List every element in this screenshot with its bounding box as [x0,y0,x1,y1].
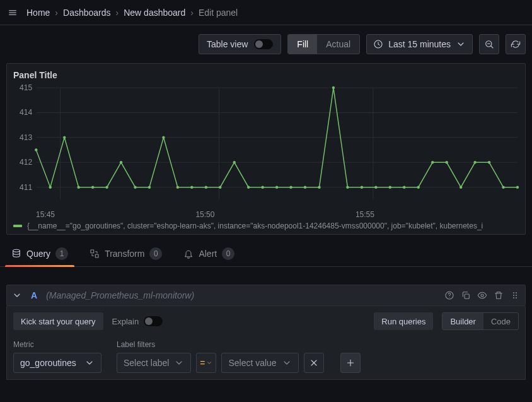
run-queries-button[interactable]: Run queries [374,312,433,330]
label-value-select[interactable]: Select value [221,353,298,373]
zoom-out-button[interactable] [479,34,499,54]
chart-area[interactable]: 411412413414415 [12,84,520,210]
svg-point-34 [233,161,236,163]
svg-point-35 [247,186,250,188]
svg-point-43 [361,186,363,188]
explain-toggle[interactable]: Explain [112,316,163,326]
operator-select[interactable]: = [196,353,216,373]
svg-point-39 [304,186,306,188]
svg-point-22 [63,136,66,139]
svg-point-40 [318,186,320,188]
zoom-out-icon [484,39,494,49]
svg-point-49 [445,161,448,163]
chevron-down-icon [174,358,184,368]
svg-line-5 [491,46,493,48]
query-body: Kick start your query Explain Run querie… [6,306,526,380]
svg-point-66 [513,297,514,299]
chevron-right-icon: › [190,8,194,18]
svg-text:414: 414 [20,108,32,117]
fill-option[interactable]: Fill [288,35,317,54]
chevron-right-icon: › [116,8,119,18]
svg-point-31 [190,186,193,188]
svg-point-42 [346,186,349,188]
query-editor: A (Managed_Prometheus_ml-monitorw) Kick … [6,285,526,380]
kick-start-button[interactable]: Kick start your query [13,312,103,330]
svg-point-52 [488,161,490,163]
top-bar: Home › Dashboards › New dashboard › Edit… [0,0,532,25]
table-view-toggle[interactable]: Table view [199,34,281,54]
builder-code-segment: Builder Code [442,312,519,330]
svg-point-46 [403,186,405,188]
svg-point-54 [516,186,519,188]
label-name-select[interactable]: Select label [117,353,191,373]
tab-count-badge: 1 [55,247,68,260]
svg-point-24 [91,186,94,188]
query-ref-id[interactable]: A [31,290,37,300]
drag-handle[interactable] [510,290,520,300]
chevron-down-icon [84,358,95,368]
tab-count-badge: 0 [149,247,162,260]
panel-title: Panel Title [12,69,520,84]
breadcrumb-new-dashboard[interactable]: New dashboard [124,8,185,18]
svg-point-67 [516,297,517,299]
metric-field-label: Metric [13,340,101,349]
menu-toggle-button[interactable] [5,5,20,20]
tab-query[interactable]: Query 1 [9,247,71,266]
builder-mode[interactable]: Builder [442,313,483,329]
label-value-placeholder: Select value [228,358,276,368]
svg-point-37 [275,186,278,188]
svg-point-26 [120,161,122,163]
svg-point-41 [332,86,335,89]
svg-point-62 [513,292,514,293]
tab-transform[interactable]: Transform 0 [87,247,165,266]
svg-point-47 [417,186,420,188]
eye-icon [477,290,487,300]
tab-count-badge: 0 [222,247,234,260]
time-range-label: Last 15 minutes [388,39,451,49]
database-icon [11,249,21,259]
fill-actual-segment: Fill Actual [287,34,360,54]
svg-text:412: 412 [20,158,32,167]
toggle-visibility-button[interactable] [477,290,487,300]
refresh-button[interactable] [506,34,526,54]
bell-icon [183,249,194,259]
x-tick: 15:45 [36,210,195,219]
add-filter-button[interactable] [340,353,361,373]
svg-point-27 [134,186,136,188]
chart-legend[interactable]: {__name__="go_goroutines", cluster="esho… [12,219,520,232]
svg-point-44 [374,186,377,188]
help-button[interactable] [444,290,454,300]
svg-point-51 [473,161,476,163]
svg-point-48 [431,161,434,163]
explain-label: Explain [112,317,139,326]
close-icon [309,358,319,368]
svg-rect-56 [91,250,94,253]
chevron-down-icon[interactable] [12,290,22,300]
svg-point-30 [176,186,179,188]
duplicate-query-button[interactable] [461,290,471,300]
query-datasource-label[interactable]: (Managed_Prometheus_ml-monitorw) [46,290,194,300]
label-name-placeholder: Select label [124,358,169,368]
breadcrumb-home[interactable]: Home [26,8,50,18]
breadcrumb-dashboards[interactable]: Dashboards [63,8,111,18]
svg-point-38 [289,186,292,188]
tab-label: Transform [105,249,144,259]
refresh-icon [511,39,521,49]
tab-label: Alert [199,249,217,259]
svg-point-32 [205,186,207,188]
svg-point-33 [219,186,221,188]
operator-value: = [200,358,205,368]
legend-color-swatch [13,225,22,227]
clock-icon [373,39,383,49]
divider [6,267,526,276]
tab-alert[interactable]: Alert 0 [181,247,237,266]
grip-icon [510,290,520,300]
toggle-switch-icon [254,39,273,49]
code-mode[interactable]: Code [483,313,518,329]
actual-option[interactable]: Actual [317,35,359,54]
time-range-picker[interactable]: Last 15 minutes [366,34,473,54]
metric-select[interactable]: go_goroutines [13,353,101,373]
remove-filter-button[interactable] [304,353,324,373]
svg-point-50 [460,186,462,188]
delete-query-button[interactable] [494,290,504,300]
